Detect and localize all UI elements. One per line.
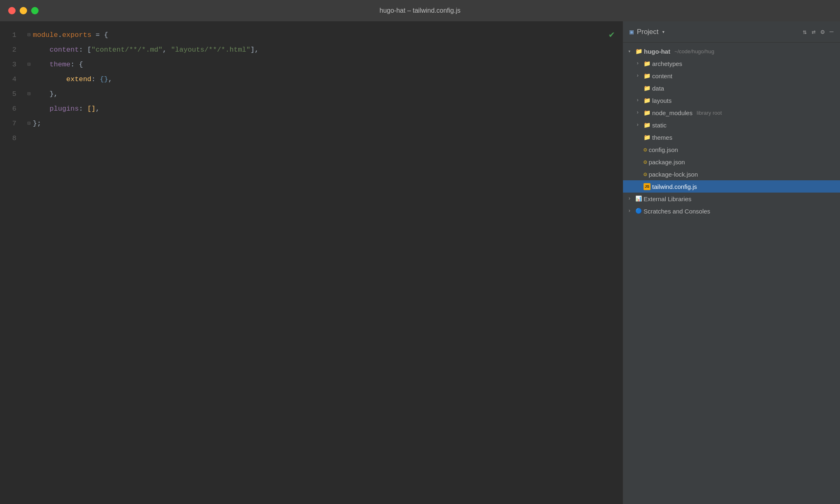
tree-item-scratches[interactable]: › 🔵 Scratches and Consoles <box>623 205 840 217</box>
token: exports <box>62 28 91 43</box>
sidebar-title-group: ▣ Project ▾ <box>630 28 665 36</box>
close-button[interactable] <box>8 7 16 14</box>
code-line-5: ⊟ }, <box>25 87 623 102</box>
tree-label-layouts: layouts <box>652 97 672 104</box>
code-line-7: ⊟ }; <box>25 116 623 131</box>
folder-icon: 📁 <box>644 85 651 92</box>
tree-item-archetypes[interactable]: › 📁 archetypes <box>623 57 840 70</box>
token: {} <box>100 72 108 87</box>
fold-icon-7[interactable]: ⊟ <box>26 116 32 131</box>
fold-icon-3[interactable]: ⊟ <box>26 57 32 72</box>
tree-label-external-libraries: External Libraries <box>644 195 692 202</box>
line-number: 5 <box>0 87 16 102</box>
folder-icon: 📁 <box>644 60 651 67</box>
token: [] <box>87 102 96 116</box>
tree-label-scratches: Scratches and Consoles <box>644 208 710 215</box>
token: }; <box>33 116 41 131</box>
tree-item-data[interactable]: › 📁 data <box>623 82 840 94</box>
token: "content/**/*.md" <box>91 43 162 57</box>
line-number: 4 <box>0 72 16 87</box>
sidebar-title: Project <box>637 28 659 36</box>
token: . <box>58 28 62 43</box>
token: , <box>108 72 112 87</box>
chevron-icon: › <box>636 110 642 116</box>
fold-icon-4 <box>26 72 32 87</box>
token: , <box>162 43 171 57</box>
tree-label-package-lock-json: package-lock.json <box>648 171 698 178</box>
tree-item-external-libraries[interactable]: › 📊 External Libraries <box>623 193 840 205</box>
json-file-icon: ⚙ <box>644 159 647 166</box>
tree-label-data: data <box>652 85 664 92</box>
tree-item-static[interactable]: › 📁 static <box>623 119 840 131</box>
token: : { <box>71 57 83 72</box>
token: module <box>33 28 58 43</box>
folder-icon: 📁 <box>644 73 651 79</box>
tree-label-path: ~/code/hugo/hug <box>674 48 714 54</box>
folder-icon: 📁 <box>644 97 651 104</box>
fold-icon-5[interactable]: ⊟ <box>26 87 32 102</box>
chevron-icon: › <box>636 122 642 128</box>
chevron-icon: › <box>628 208 634 214</box>
minimize-button[interactable] <box>20 7 27 14</box>
sidebar-toolbar: ⇅ ⇄ ⚙ — <box>803 28 833 36</box>
tree-item-package-lock-json[interactable]: › ⚙ package-lock.json <box>623 168 840 180</box>
token: : <box>91 72 100 87</box>
token: content <box>33 43 79 57</box>
token: }, <box>33 87 58 102</box>
code-line-6: plugins: [], <box>25 102 623 116</box>
tree-item-tailwind-config[interactable]: › JS tailwind.config.js <box>623 180 840 193</box>
project-dropdown-icon[interactable]: ▾ <box>662 29 665 35</box>
chevron-icon: › <box>628 196 634 202</box>
chevron-icon: › <box>636 98 642 103</box>
token: ], <box>251 43 259 57</box>
chevron-icon: › <box>636 73 642 79</box>
folder-icon: 📁 <box>635 48 642 55</box>
editor[interactable]: 1 2 3 4 5 6 7 8 ⊟ module.exports = { co <box>0 21 623 504</box>
sort-icon[interactable]: ⇄ <box>812 28 816 36</box>
fold-icon-1[interactable]: ⊟ <box>26 28 32 43</box>
token: extend <box>33 72 91 87</box>
filter-icon[interactable]: ⇅ <box>803 28 807 36</box>
fold-icon-2 <box>26 43 32 57</box>
tree-label-content: content <box>652 73 672 79</box>
token: , <box>96 102 100 116</box>
fold-icon-6 <box>26 102 32 116</box>
tree-item-layouts[interactable]: › 📁 layouts <box>623 94 840 107</box>
tree-label-node-modules: node_modules <box>652 109 692 116</box>
line-number: 1 <box>0 28 16 43</box>
folder-icon: 📁 <box>644 134 651 141</box>
line-number: 2 <box>0 43 16 57</box>
tree-label-themes: themes <box>652 134 672 141</box>
maximize-button[interactable] <box>31 7 39 14</box>
tree-label-root: hugo-hat <box>644 48 670 55</box>
settings-icon[interactable]: ⚙ <box>821 28 825 36</box>
json-file-icon: ⚙ <box>644 146 647 153</box>
tree-item-package-json[interactable]: › ⚙ package.json <box>623 156 840 168</box>
editor-content: 1 2 3 4 5 6 7 8 ⊟ module.exports = { co <box>0 21 623 504</box>
folder-icon: 📁 <box>644 109 651 116</box>
token: = { <box>91 28 108 43</box>
tree-view[interactable]: ▾ 📁 hugo-hat ~/code/hugo/hug › 📁 archety… <box>623 43 840 504</box>
code-line-3: ⊟ theme: { <box>25 57 623 72</box>
token: : <box>79 102 87 116</box>
tree-item-root[interactable]: ▾ 📁 hugo-hat ~/code/hugo/hug <box>623 45 840 57</box>
hide-icon[interactable]: — <box>829 28 833 36</box>
tree-item-node-modules[interactable]: › 📁 node_modules library root <box>623 107 840 119</box>
chevron-icon: ▾ <box>628 48 634 54</box>
line-number: 8 <box>0 131 16 146</box>
checkmark-icon: ✔ <box>609 28 614 43</box>
chevron-placeholder: › <box>636 134 642 140</box>
tree-item-content[interactable]: › 📁 content <box>623 70 840 82</box>
line-number: 3 <box>0 57 16 72</box>
tree-label-package-json: package.json <box>648 159 685 166</box>
tree-item-themes[interactable]: › 📁 themes <box>623 131 840 143</box>
folder-icon: 📁 <box>644 122 651 129</box>
code-line-2: content: ["content/**/*.md", "layouts/**… <box>25 43 623 57</box>
tree-label-archetypes: archetypes <box>652 60 682 67</box>
chevron-placeholder: › <box>636 184 642 189</box>
code-area[interactable]: ⊟ module.exports = { content: ["content/… <box>25 21 623 504</box>
project-folder-icon: ▣ <box>630 28 634 36</box>
code-line-4: extend: {}, <box>25 72 623 87</box>
tree-label-tailwind-config: tailwind.config.js <box>652 183 697 190</box>
tree-item-config-json[interactable]: › ⚙ config.json <box>623 143 840 156</box>
